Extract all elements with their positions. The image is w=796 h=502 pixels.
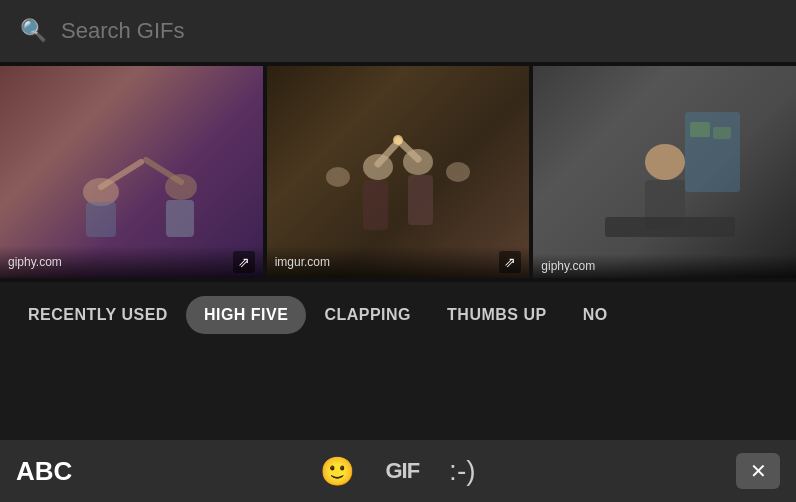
category-no[interactable]: NO (565, 296, 626, 334)
svg-rect-2 (86, 202, 116, 237)
svg-point-14 (326, 167, 350, 187)
search-input[interactable] (61, 18, 776, 44)
gif-button[interactable]: GIF (385, 458, 419, 484)
svg-rect-3 (166, 200, 194, 237)
category-high-five[interactable]: HIGH FIVE (186, 296, 307, 334)
search-bar: 🔍 (0, 0, 796, 62)
keyboard-icons: 🙂 GIF :-) (320, 455, 475, 488)
gif-placeholder-1 (31, 92, 231, 252)
gif-placeholder-3 (585, 92, 745, 252)
emoticon-button[interactable]: :-) (449, 455, 475, 487)
svg-line-4 (101, 162, 141, 187)
gif-item[interactable]: giphy.com (533, 66, 796, 278)
delete-button[interactable]: ✕ (736, 453, 780, 489)
svg-point-12 (393, 135, 403, 145)
svg-rect-20 (605, 217, 735, 237)
external-link-icon[interactable]: ⇗ (233, 251, 255, 273)
svg-rect-18 (690, 122, 710, 137)
gif-source: imgur.com (275, 255, 330, 269)
gif-overlay: imgur.com ⇗ (267, 246, 530, 278)
gif-source: giphy.com (8, 255, 62, 269)
gif-overlay: giphy.com ⇗ (0, 246, 263, 278)
svg-rect-8 (363, 180, 388, 230)
gif-overlay: giphy.com (533, 254, 796, 278)
svg-point-13 (446, 162, 470, 182)
category-bar: RECENTLY USED HIGH FIVE CLAPPING THUMBS … (0, 282, 796, 348)
gif-grid: giphy.com ⇗ imgur.com ⇗ (0, 62, 796, 282)
gif-item[interactable]: giphy.com ⇗ (0, 66, 263, 278)
gif-item[interactable]: imgur.com ⇗ (267, 66, 530, 278)
gif-placeholder-2 (298, 92, 498, 252)
category-thumbs-up[interactable]: THUMBS UP (429, 296, 565, 334)
svg-point-15 (645, 144, 685, 180)
svg-rect-19 (713, 127, 731, 139)
category-clapping[interactable]: CLAPPING (306, 296, 429, 334)
svg-rect-9 (408, 175, 433, 225)
svg-line-5 (146, 160, 181, 182)
search-icon: 🔍 (20, 18, 47, 44)
gif-source: giphy.com (541, 259, 595, 273)
external-link-icon[interactable]: ⇗ (499, 251, 521, 273)
keyboard-bar: ABC 🙂 GIF :-) ✕ (0, 440, 796, 502)
category-recently-used[interactable]: RECENTLY USED (10, 296, 186, 334)
emoji-icon[interactable]: 🙂 (320, 455, 355, 488)
abc-button[interactable]: ABC (16, 456, 96, 487)
